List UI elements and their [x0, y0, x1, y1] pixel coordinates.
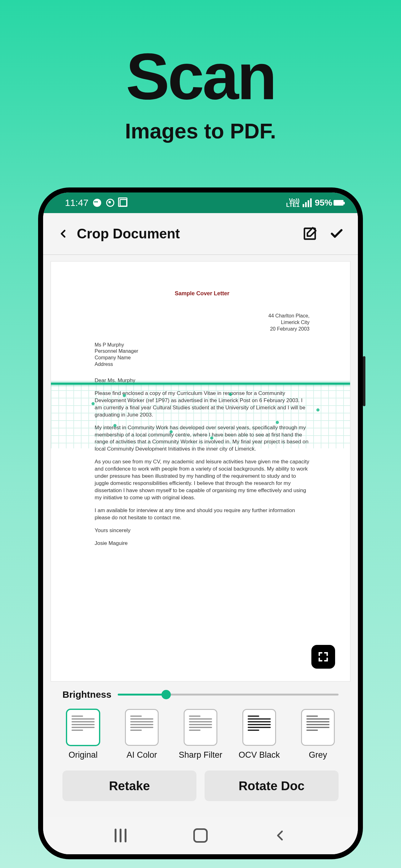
rotate-button[interactable]: Rotate Doc: [205, 771, 338, 801]
doc-paragraph-2: My interest in Community Work has develo…: [95, 424, 309, 453]
status-time: 11:47: [65, 197, 89, 208]
filter-label: OCV Black: [239, 750, 280, 760]
filter-sharp[interactable]: Sharp Filter: [182, 709, 219, 760]
nav-home-button[interactable]: [191, 826, 210, 845]
filter-ai-color[interactable]: AI Color: [123, 709, 161, 760]
doc-closing: Yours sincerely: [95, 527, 309, 534]
brightness-row: Brightness: [51, 681, 350, 704]
chrome-icon: [106, 198, 114, 207]
document-content: Sample Cover Letter 44 Charlton Place, L…: [51, 261, 350, 681]
brightness-slider[interactable]: [118, 688, 338, 701]
promo-title: Scan: [0, 44, 401, 110]
filter-thumb: [242, 709, 276, 746]
doc-paragraph-3: As you can see from my CV, my academic a…: [95, 458, 309, 501]
phone-frame: 11:47 Vo)) LTE1 95% Crop Document: [38, 187, 363, 859]
document-preview-area: Sample Cover Letter 44 Charlton Place, L…: [43, 255, 358, 817]
edit-button[interactable]: [301, 225, 319, 243]
status-bar: 11:47 Vo)) LTE1 95%: [43, 192, 358, 213]
confirm-button[interactable]: [328, 225, 345, 243]
brightness-slider-fill: [118, 694, 166, 695]
nav-back-button[interactable]: [271, 826, 290, 845]
promo-subtitle: Images to PDF.: [0, 119, 401, 143]
filter-thumb: [301, 709, 335, 746]
battery-text: 95%: [315, 198, 332, 208]
fullscreen-button[interactable]: [311, 645, 335, 669]
filter-thumb: [66, 709, 100, 746]
retake-button[interactable]: Retake: [63, 771, 196, 801]
doc-title: Sample Cover Letter: [95, 290, 309, 297]
filter-ocv-black[interactable]: OCV Black: [240, 709, 278, 760]
document-page[interactable]: Sample Cover Letter 44 Charlton Place, L…: [51, 261, 350, 681]
phone-screen: 11:47 Vo)) LTE1 95% Crop Document: [43, 192, 358, 854]
doc-paragraph-1: Please find enclosed a copy of my Curric…: [95, 390, 309, 419]
battery-icon: [334, 200, 343, 206]
signal-icon: [303, 198, 312, 207]
filter-grey[interactable]: Grey: [299, 709, 337, 760]
doc-recipient-address: Ms P Murphy Personnel Manager Company Na…: [95, 342, 309, 368]
brightness-label: Brightness: [63, 689, 111, 700]
doc-salutation: Dear Ms. Murphy: [95, 377, 309, 384]
network-label: Vo)) LTE1: [286, 198, 300, 207]
promo-banner: Scan Images to PDF.: [0, 44, 401, 143]
doc-paragraph-4: I am available for interview at any time…: [95, 507, 309, 522]
battery-indicator: 95%: [315, 198, 343, 208]
copy-icon: [119, 198, 128, 207]
filter-label: AI Color: [127, 750, 157, 760]
filter-thumb: [125, 709, 159, 746]
chat-notification-icon: [93, 198, 101, 207]
app-header: Crop Document: [43, 213, 358, 255]
page-title: Crop Document: [77, 226, 180, 242]
doc-signature: Josie Maguire: [95, 540, 309, 547]
filter-label: Sharp Filter: [179, 750, 222, 760]
filter-thumb: [183, 709, 218, 746]
doc-sender-address: 44 Charlton Place, Limerick City 20 Febr…: [95, 313, 309, 332]
filter-original[interactable]: Original: [64, 709, 102, 760]
filter-label: Grey: [309, 750, 327, 760]
action-button-row: Retake Rotate Doc: [51, 763, 350, 814]
nav-recent-button[interactable]: [111, 826, 130, 845]
filter-label: Original: [68, 750, 97, 760]
filter-row: Original AI Color Sharp Filter: [51, 704, 350, 763]
system-nav-bar: [43, 817, 358, 854]
brightness-slider-thumb[interactable]: [162, 690, 171, 699]
back-button[interactable]: [56, 226, 71, 241]
